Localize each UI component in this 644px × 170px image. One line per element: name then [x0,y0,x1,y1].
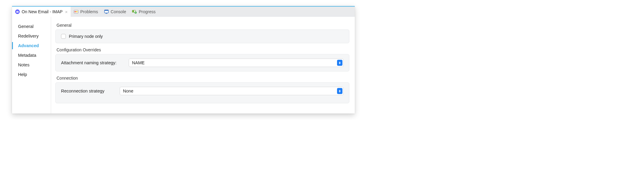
tab-bar: On New Email - IMAP × Problems [12,6,355,17]
attachment-naming-select[interactable]: NAME [129,59,344,67]
reconnection-strategy-row: Reconnection strategy None [61,87,344,95]
mail-icon [15,9,20,14]
select-value: NAME [132,60,145,65]
attachment-naming-row: Attachment naming strategy: NAME [61,59,344,67]
panel-general: Primary node only [55,29,349,43]
section-title-general: General [57,23,349,28]
sidebar-item-general[interactable]: General [16,22,48,31]
tab-console[interactable]: Console [101,7,129,17]
select-value: None [123,89,133,93]
sidebar-item-notes[interactable]: Notes [16,60,48,70]
sidebar-item-label: Redelivery [18,34,39,38]
progress-icon [132,9,137,14]
chevron-updown-icon [337,88,342,94]
editor-window: On New Email - IMAP × Problems [12,6,355,114]
sidebar-item-label: Metadata [18,53,36,58]
svg-point-3 [75,11,76,12]
tab-problems[interactable]: Problems [71,7,101,17]
panel-connection: Reconnection strategy None [55,82,349,103]
svg-rect-6 [105,10,109,11]
primary-node-only-checkbox[interactable] [61,34,66,39]
section-title-config-overrides: Configuration Overrides [57,47,349,52]
sidebar-item-redelivery[interactable]: Redelivery [16,31,48,41]
sidebar: General Redelivery Advanced Metadata Not… [12,17,51,114]
tab-label: Problems [80,9,98,14]
primary-node-only-row: Primary node only [61,34,344,39]
section-title-connection: Connection [57,76,349,80]
svg-rect-9 [132,10,134,12]
sidebar-item-label: General [18,24,34,29]
svg-point-4 [76,11,77,12]
sidebar-item-metadata[interactable]: Metadata [16,50,48,60]
tab-label: Progress [139,9,155,14]
console-icon [104,9,109,14]
sidebar-item-label: Notes [18,62,29,67]
primary-node-only-label: Primary node only [69,34,103,39]
content-area: General Redelivery Advanced Metadata Not… [12,17,355,114]
panel-config-overrides: Attachment naming strategy: NAME [55,54,349,71]
close-icon[interactable]: × [64,10,68,14]
sidebar-item-label: Help [18,72,27,77]
sidebar-item-label: Advanced [18,43,39,48]
tab-on-new-email-imap[interactable]: On New Email - IMAP × [12,7,71,17]
tab-label: Console [111,9,126,14]
attachment-naming-label: Attachment naming strategy: [61,60,123,65]
reconnection-strategy-select[interactable]: None [120,87,344,95]
tab-progress[interactable]: Progress [129,7,158,17]
tab-label: On New Email - IMAP [22,9,63,14]
chevron-updown-icon [337,60,342,66]
reconnection-strategy-label: Reconnection strategy [61,89,114,93]
problems-icon [74,9,78,14]
main-panel: General Primary node only Configuration … [51,17,355,114]
sidebar-item-help[interactable]: Help [16,70,48,79]
svg-rect-7 [106,13,107,14]
sidebar-item-advanced[interactable]: Advanced [16,41,48,50]
